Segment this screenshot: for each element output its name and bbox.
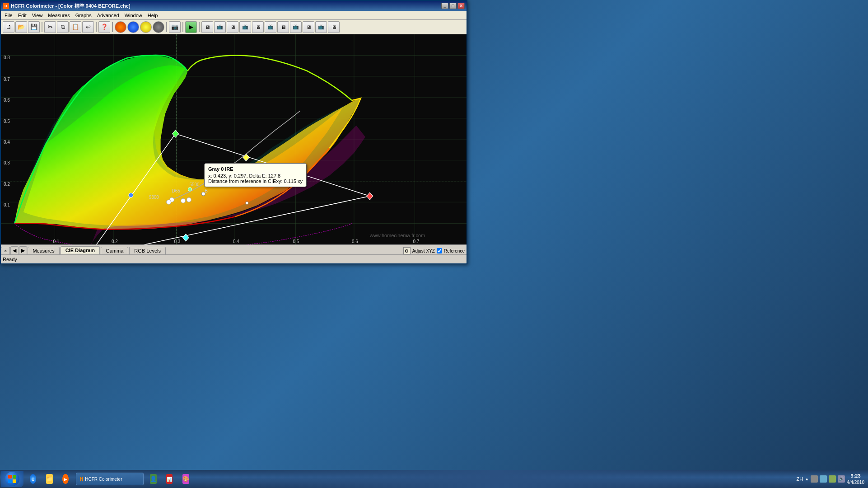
svg-text:0.1: 0.1 [53, 239, 60, 244]
clock[interactable]: 9:23 4/4/2010 [847, 473, 864, 485]
tray-icon1[interactable] [811, 475, 818, 483]
menu-edit[interactable]: Edit [15, 12, 29, 19]
svg-text:0.5: 0.5 [293, 239, 299, 244]
tray-arrow: ▲ [805, 477, 809, 481]
toolbar-color-red[interactable] [115, 21, 126, 33]
toolbar-sep1 [42, 22, 42, 32]
quick-launch: e 📁 ▶ [23, 472, 75, 486]
svg-text:0.2: 0.2 [4, 182, 10, 187]
toolbar-copy[interactable]: ⧉ [57, 21, 69, 33]
tray-volume-icon[interactable]: 🔊 [838, 475, 845, 483]
tab-nav-next[interactable]: ▶ [19, 246, 27, 254]
cie-diagram-canvas[interactable]: 3000 2700 4000 5500 D65 B 9300 0.8 0.7 0… [1, 34, 467, 244]
taskbar-hcfr-app[interactable]: H HCFR Colorimeter [76, 473, 144, 485]
tooltip-line1: x: 0.423, y: 0.297, Delta E: 127.8 [208, 173, 303, 178]
toolbar-cut[interactable]: ✂ [44, 21, 56, 33]
svg-point-39 [129, 193, 133, 197]
toolbar-play[interactable]: ▶ [185, 21, 197, 33]
toolbar-color-blue[interactable] [127, 21, 139, 33]
svg-text:0.4: 0.4 [233, 239, 239, 244]
toolbar-monitor4[interactable]: 📺 [239, 21, 251, 33]
title-bar: H HCFR Colorimeter - [Color 標準 0404 BEFO… [1, 1, 467, 11]
svg-text:0.8: 0.8 [4, 55, 10, 60]
svg-text:5500: 5500 [189, 182, 200, 187]
tab-nav-prev[interactable]: ◀ [10, 246, 19, 254]
toolbar-new[interactable]: 🗋 [3, 21, 14, 33]
toolbar-monitor1[interactable]: 🖥 [201, 21, 213, 33]
taskbar-app-icon: H [80, 477, 83, 482]
svg-text:0.7: 0.7 [4, 77, 10, 82]
toolbar-camera[interactable]: 📷 [169, 21, 181, 33]
menu-measures[interactable]: Measures [45, 12, 72, 19]
toolbar-monitor5[interactable]: 🖥 [252, 21, 264, 33]
close-button[interactable]: ✕ [457, 3, 465, 9]
start-orb [5, 472, 19, 486]
tab-measures[interactable]: Measures [28, 247, 59, 254]
svg-point-38 [188, 188, 191, 191]
svg-text:0.4: 0.4 [4, 140, 10, 145]
tab-nav-close[interactable]: × [1, 247, 10, 254]
toolbar-monitor2[interactable]: 📺 [214, 21, 226, 33]
toolbar-sep4 [166, 22, 167, 32]
toolbar-monitor3[interactable]: 🖥 [227, 21, 238, 33]
taskbar-chart[interactable]: 📊 [163, 472, 176, 486]
toolbar-color-gray[interactable] [153, 21, 164, 33]
taskbar-bg [199, 470, 792, 488]
reference-label: Reference [444, 249, 465, 253]
svg-text:0.3: 0.3 [174, 239, 181, 244]
toolbar-monitor7[interactable]: 🖥 [277, 21, 289, 33]
start-button[interactable] [1, 471, 23, 487]
adjust-xyz-label: Adjust XYZ [412, 249, 435, 253]
system-tray: ZH ▲ 🔊 9:23 4/4/2010 [796, 473, 868, 485]
svg-point-34 [181, 198, 185, 203]
toolbar-help[interactable]: ❓ [98, 21, 110, 33]
status-text: Ready [3, 257, 17, 262]
toolbar-open[interactable]: 📂 [15, 21, 27, 33]
menu-view[interactable]: View [29, 12, 46, 19]
taskbar-ie[interactable]: e [26, 472, 40, 486]
tray-icon3[interactable] [829, 475, 836, 483]
taskbar-paint[interactable]: 🎨 [179, 472, 192, 486]
minimize-button[interactable]: _ [441, 3, 448, 9]
reference-checkbox[interactable] [437, 248, 442, 253]
taskbar-more-apps: 👤 📊 🎨 [145, 472, 194, 486]
toolbar-save[interactable]: 💾 [28, 21, 40, 33]
main-content: 3000 2700 4000 5500 D65 B 9300 0.8 0.7 0… [1, 34, 467, 244]
menu-file[interactable]: File [2, 12, 15, 19]
restore-button[interactable]: □ [449, 3, 457, 9]
taskbar: e 📁 ▶ H HCFR Colorimeter 👤 📊 🎨 ZH ▲ 🔊 [0, 470, 868, 488]
taskbar-media[interactable]: ▶ [59, 472, 72, 486]
toolbar-undo[interactable]: ↩ [82, 21, 94, 33]
toolbar-paste[interactable]: 📋 [70, 21, 81, 33]
window-title: HCFR Colorimeter - [Color 標準 0404 BEFORE… [11, 3, 131, 9]
toolbar-monitor11[interactable]: 🖥 [328, 21, 340, 33]
windows-logo-icon [8, 474, 17, 483]
taskbar-users[interactable]: 👤 [146, 472, 160, 486]
tray-icon2[interactable] [820, 475, 827, 483]
menu-help[interactable]: Help [145, 12, 161, 19]
clock-time: 9:23 [847, 473, 864, 479]
svg-text:0.2: 0.2 [112, 239, 118, 244]
menu-window[interactable]: Window [122, 12, 145, 19]
toolbar: 🗋 📂 💾 ✂ ⧉ 📋 ↩ ❓ 📷 ▶ 🖥 📺 🖥 📺 🖥 📺 🖥 📺 🖥 📺 … [1, 20, 467, 34]
toolbar-monitor9[interactable]: 🖥 [303, 21, 314, 33]
svg-text:B: B [205, 188, 208, 193]
menu-advanced[interactable]: Advanced [94, 12, 122, 19]
toolbar-monitor6[interactable]: 📺 [265, 21, 276, 33]
tray-lang: ZH [796, 476, 803, 482]
toolbar-monitor8[interactable]: 📺 [290, 21, 302, 33]
tab-rgb-levels[interactable]: RGB Levels [129, 247, 166, 254]
settings-icon[interactable]: ⚙ [403, 247, 411, 254]
toolbar-monitor10[interactable]: 📺 [315, 21, 327, 33]
svg-rect-65 [8, 479, 12, 483]
menu-graphs[interactable]: Graphs [73, 12, 94, 19]
svg-text:0.3: 0.3 [4, 160, 10, 165]
svg-point-33 [167, 200, 171, 204]
tab-gamma[interactable]: Gamma [101, 247, 128, 254]
svg-text:0.7: 0.7 [413, 239, 419, 244]
svg-text:D65: D65 [172, 188, 181, 193]
tab-cie-diagram[interactable]: CIE Diagram [61, 246, 100, 254]
taskbar-explorer[interactable]: 📁 [42, 472, 56, 486]
svg-text:9300: 9300 [149, 195, 159, 200]
toolbar-color-yellow[interactable] [140, 21, 152, 33]
